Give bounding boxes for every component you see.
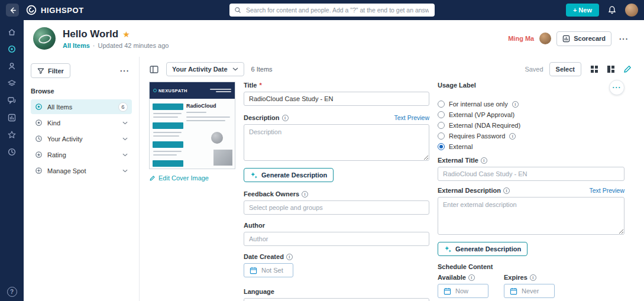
grid-icon xyxy=(590,64,599,74)
info-icon[interactable]: i xyxy=(530,274,536,281)
header-actions: Ming Ma Scorecard ··· xyxy=(508,31,631,46)
text-preview-link[interactable]: Text Preview xyxy=(394,114,429,121)
sort-dropdown-value: Your Activity Date xyxy=(172,66,228,73)
user-avatar[interactable] xyxy=(625,4,638,17)
info-icon[interactable]: i xyxy=(509,133,516,140)
expires-date-picker[interactable]: Never xyxy=(504,284,555,298)
sort-dropdown[interactable]: Your Activity Date xyxy=(166,62,244,76)
description-label: Description xyxy=(244,114,280,121)
collapse-panel-button[interactable] xyxy=(149,64,159,75)
sidebar-item-kind[interactable]: Kind xyxy=(31,115,132,130)
thumbnail-portrait xyxy=(211,132,223,144)
thumbnail-header: NEXUSPATH xyxy=(150,82,235,99)
filter-panel-more-button[interactable]: ··· xyxy=(118,65,132,76)
rating-icon xyxy=(35,151,43,158)
spot-avatar[interactable] xyxy=(33,27,56,50)
updated-timestamp: Updated 42 minutes ago xyxy=(98,42,169,49)
sidebar-item-your-activity[interactable]: Your Activity xyxy=(31,131,132,146)
select-button[interactable]: Select xyxy=(549,62,581,76)
sidebar-item-all-items[interactable]: All Items 6 xyxy=(31,99,132,114)
radio-option-requires-password[interactable]: Requires Password i xyxy=(438,132,624,140)
owner-name[interactable]: Ming Ma xyxy=(508,35,534,42)
external-title-label: External Title xyxy=(438,157,478,164)
sidebar-item-manage-spot[interactable]: Manage Spot xyxy=(31,163,132,178)
edit-mode-button[interactable] xyxy=(622,63,633,75)
recents-clock-icon[interactable] xyxy=(7,147,17,157)
scorecard-icon xyxy=(562,35,570,43)
info-icon[interactable]: i xyxy=(468,274,475,281)
spots-icon[interactable] xyxy=(7,44,17,54)
radio-option-external[interactable]: External xyxy=(438,143,624,151)
notifications-bell-icon[interactable] xyxy=(607,5,617,15)
info-icon[interactable]: i xyxy=(302,191,308,198)
external-title-input[interactable] xyxy=(438,167,624,181)
author-input[interactable] xyxy=(244,232,429,246)
page: Hello World ★ All Items · Updated 42 min… xyxy=(24,20,644,301)
home-icon[interactable] xyxy=(7,27,17,37)
info-icon[interactable]: i xyxy=(512,101,519,108)
info-icon[interactable]: i xyxy=(503,187,510,194)
saved-status: Saved xyxy=(525,66,543,73)
engagement-icon[interactable] xyxy=(7,96,17,105)
schedule-content-group: Schedule Content Available i N xyxy=(438,263,624,298)
calendar-icon xyxy=(510,287,517,295)
text-preview-link[interactable]: Text Preview xyxy=(589,187,624,194)
grid-view-button[interactable] xyxy=(588,63,600,75)
spot-title-block: Hello World ★ All Items · Updated 42 min… xyxy=(63,28,169,49)
radio-option-external-vp[interactable]: External (VP Approval) xyxy=(438,111,624,119)
sidebar-item-rating[interactable]: Rating xyxy=(31,147,132,162)
radio-option-external-nda[interactable]: External (NDA Required) xyxy=(438,121,624,130)
header-more-button[interactable]: ··· xyxy=(617,33,631,44)
app-window: HIGHSPOT + New xyxy=(0,0,644,301)
sparkle-icon xyxy=(250,171,258,179)
breadcrumb[interactable]: All Items xyxy=(63,42,90,49)
thumbnail-body: RadioCloud xyxy=(150,99,235,169)
title-field-group: Title * xyxy=(244,82,429,106)
radio-option-internal-only[interactable]: For internal use only i xyxy=(438,100,624,108)
filter-button[interactable]: Filter xyxy=(31,63,70,78)
back-button[interactable] xyxy=(6,4,19,17)
usage-more-button[interactable]: ··· xyxy=(609,80,624,95)
expires-field-group: Expires i Never xyxy=(504,274,555,298)
help-icon[interactable]: ? xyxy=(7,287,17,297)
generate-description-button[interactable]: Generate Description xyxy=(244,168,334,182)
brand-logo[interactable]: HIGHSPOT xyxy=(26,5,84,15)
scorecard-button[interactable]: Scorecard xyxy=(556,31,611,46)
author-field-group: Author xyxy=(244,222,429,246)
learning-icon[interactable] xyxy=(7,79,17,88)
chevron-down-icon xyxy=(122,121,128,125)
reports-icon[interactable] xyxy=(7,113,17,122)
calendar-icon xyxy=(250,267,257,274)
people-icon[interactable] xyxy=(7,62,17,71)
favorite-star-icon[interactable]: ★ xyxy=(122,30,130,38)
external-description-textarea[interactable] xyxy=(438,197,624,235)
external-description-label: External Description xyxy=(438,187,501,194)
spot-header: Hello World ★ All Items · Updated 42 min… xyxy=(24,20,644,57)
favorites-star-icon[interactable] xyxy=(7,130,17,140)
owner-avatar[interactable] xyxy=(539,33,551,44)
content-thumbnail[interactable]: NEXUSPATH RadioCloud xyxy=(149,82,235,169)
back-arrow-icon xyxy=(9,7,17,14)
language-select[interactable]: English xyxy=(244,298,429,301)
edit-cover-image-link[interactable]: Edit Cover Image xyxy=(149,174,235,182)
info-icon[interactable]: i xyxy=(481,157,487,164)
sidebar-item-label: Your Activity xyxy=(47,135,83,143)
description-textarea[interactable] xyxy=(244,124,429,161)
list-view-button[interactable] xyxy=(605,63,617,75)
generate-description-label: Generate Description xyxy=(455,245,521,253)
chevron-down-icon xyxy=(122,169,128,173)
description-field-group: Description i Text Preview xyxy=(244,114,429,163)
new-button[interactable]: + New xyxy=(566,4,599,17)
info-icon[interactable]: i xyxy=(286,254,293,260)
info-icon[interactable]: i xyxy=(282,115,289,121)
cover-column: NEXUSPATH RadioCloud xyxy=(149,82,235,301)
sidebar-item-label: Manage Spot xyxy=(47,167,86,174)
title-input[interactable] xyxy=(244,92,429,106)
feedback-owners-input[interactable] xyxy=(244,200,429,215)
global-search[interactable] xyxy=(229,4,435,17)
available-date-picker[interactable]: Now xyxy=(438,284,488,298)
date-created-picker[interactable]: Not Set xyxy=(244,263,293,277)
search-input[interactable] xyxy=(245,6,430,14)
page-title: Hello World xyxy=(63,28,118,40)
generate-external-description-button[interactable]: Generate Description xyxy=(438,242,528,256)
